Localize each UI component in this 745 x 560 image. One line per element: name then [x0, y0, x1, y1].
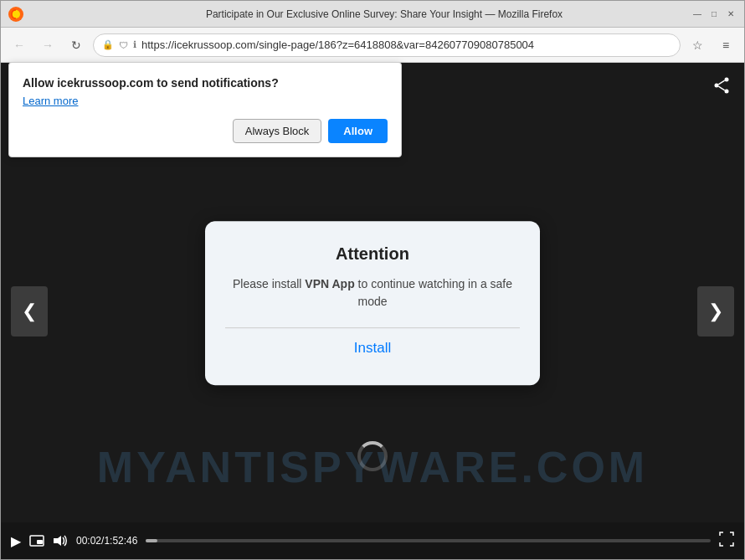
notification-title: Allow icekrussoop.com to send notificati…	[23, 76, 388, 90]
prev-button[interactable]: ❮	[11, 286, 48, 337]
svg-point-4	[725, 90, 729, 94]
svg-line-5	[718, 80, 724, 85]
svg-point-2	[725, 78, 729, 82]
share-button[interactable]	[712, 76, 731, 99]
browser-window: Participate in Our Exclusive Online Surv…	[0, 0, 745, 560]
info-icon: ℹ	[133, 39, 136, 50]
title-bar: Participate in Our Exclusive Online Surv…	[1, 1, 744, 28]
fullscreen-button[interactable]	[719, 532, 734, 550]
svg-point-3	[715, 84, 719, 88]
attention-modal: Attention Please install VPN App to cont…	[205, 221, 540, 385]
install-button[interactable]: Install	[225, 328, 520, 368]
browser-title: Participate in Our Exclusive Online Surv…	[31, 8, 737, 20]
security-icon: 🔒	[102, 39, 114, 50]
spinner-circle	[357, 441, 388, 471]
reload-button[interactable]: ↻	[64, 33, 88, 57]
close-button[interactable]: ✕	[724, 8, 737, 21]
loading-spinner	[357, 441, 388, 471]
pip-button[interactable]	[29, 535, 44, 547]
address-bar[interactable]: 🔒 🛡 ℹ https://icekrussoop.com/single-pag…	[93, 33, 681, 57]
window-controls: — □ ✕	[691, 8, 737, 21]
url-text: https://icekrussoop.com/single-page/186?…	[141, 39, 671, 51]
modal-body: Please install VPN App to continue watch…	[225, 275, 520, 311]
fullscreen-icon	[719, 532, 734, 547]
svg-rect-8	[37, 540, 43, 544]
prev-arrow-icon: ❮	[22, 301, 37, 322]
always-block-button[interactable]: Always Block	[233, 119, 322, 143]
maximize-button[interactable]: □	[707, 8, 721, 21]
notification-buttons: Always Block Allow	[23, 119, 388, 143]
share-icon	[712, 76, 731, 95]
bookmark-button[interactable]: ☆	[686, 33, 709, 57]
next-button[interactable]: ❯	[697, 286, 734, 337]
shield-icon: 🛡	[119, 40, 128, 50]
progress-fill	[146, 539, 157, 542]
svg-marker-9	[54, 536, 61, 546]
play-button[interactable]: ▶	[11, 533, 21, 549]
back-nav-button[interactable]: ←	[8, 33, 31, 57]
progress-bar[interactable]	[146, 539, 711, 542]
forward-nav-button[interactable]: →	[36, 33, 59, 57]
allow-button[interactable]: Allow	[328, 119, 388, 143]
minimize-button[interactable]: —	[691, 8, 704, 21]
time-display: 00:02/1:52:46	[76, 535, 137, 547]
pip-icon	[29, 535, 44, 547]
volume-button[interactable]	[53, 535, 68, 547]
menu-button[interactable]: ≡	[714, 33, 737, 57]
volume-icon	[53, 535, 68, 547]
firefox-icon	[8, 6, 24, 23]
video-controls: ▶ 00:02/1:52:46	[1, 522, 744, 559]
nav-bar: ← → ↻ 🔒 🛡 ℹ https://icekrussoop.com/sing…	[1, 28, 744, 63]
svg-line-6	[718, 86, 724, 90]
learn-more-link[interactable]: Learn more	[23, 95, 78, 107]
modal-title: Attention	[225, 244, 520, 264]
next-arrow-icon: ❯	[708, 301, 723, 322]
notification-popup: Allow icekrussoop.com to send notificati…	[8, 62, 402, 157]
